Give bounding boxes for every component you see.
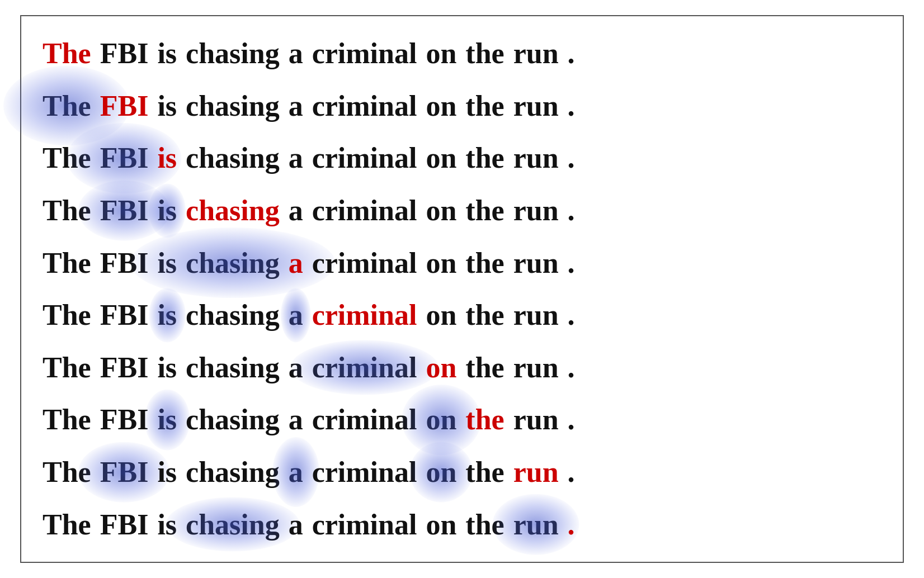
word-row9-2: is [153,509,181,541]
word-row7-0: The [38,404,96,435]
word-row8-1: FBI [96,456,153,488]
word-row2-9: . [563,142,579,174]
word-row2-3: chasing [181,142,284,174]
word-text-row0-7: the [465,37,504,69]
sentence-row-5: TheFBIischasingacriminalontherun. [38,297,886,333]
word-row4-3: chasing [181,247,284,279]
sentence-row-4: TheFBIischasingacriminalontherun. [38,245,886,281]
word-text-row1-7: the [465,90,504,122]
sentence-row-7: TheFBIischasingacriminalontherun. [38,401,886,438]
word-row7-8: run [509,404,563,435]
word-text-row4-9: . [568,247,575,279]
word-text-row0-8: run [513,37,559,69]
word-text-row9-8: run [513,509,559,541]
word-row1-9: . [563,90,579,122]
word-row2-6: on [421,142,461,174]
word-row9-5: criminal [308,509,422,541]
word-text-row9-6: on [426,509,456,541]
word-text-row7-9: . [568,404,575,435]
word-row0-7: the [461,37,508,69]
word-row1-3: chasing [181,90,284,122]
word-row4-4: a [284,247,308,279]
word-text-row6-9: . [568,352,575,383]
word-text-row6-5: criminal [312,352,417,383]
word-text-row2-3: chasing [186,142,280,174]
word-row8-5: criminal [308,456,422,488]
word-row3-6: on [421,195,461,226]
word-text-row5-4: a [289,299,303,331]
word-row9-1: FBI [96,509,153,541]
word-text-row8-4: a [289,456,303,488]
word-text-row8-0: The [43,456,91,488]
word-text-row3-8: run [513,195,559,226]
word-text-row0-9: . [568,37,575,69]
word-text-row0-3: chasing [186,37,280,69]
word-row5-4: a [284,299,308,331]
sentence-row-6: TheFBIischasingacriminalontherun. [38,349,886,386]
word-text-row2-6: on [426,142,456,174]
word-row6-5: criminal [308,352,422,383]
word-text-row4-3: chasing [186,247,280,279]
word-row2-2: is [153,142,181,174]
word-row7-5: criminal [308,404,422,435]
word-text-row7-7: the [465,404,504,435]
word-text-row3-0: The [43,195,91,226]
word-row0-8: run [509,37,563,69]
word-row9-4: a [284,509,308,541]
word-text-row3-9: . [568,195,575,226]
word-row1-0: The [38,90,96,122]
word-text-row2-7: the [465,142,504,174]
word-row6-2: is [153,352,181,383]
word-text-row0-1: FBI [100,37,149,69]
word-text-row3-5: criminal [312,195,417,226]
word-row4-7: the [461,247,508,279]
word-text-row8-2: is [157,456,177,488]
word-text-row4-7: the [465,247,504,279]
word-row8-4: a [284,456,308,488]
word-row0-9: . [563,37,579,69]
word-text-row4-6: on [426,247,456,279]
word-row8-7: the [461,456,508,488]
word-text-row8-3: chasing [186,456,280,488]
word-text-row3-4: a [289,195,303,226]
word-row6-4: a [284,352,308,383]
word-text-row3-3: chasing [186,195,280,226]
word-text-row2-5: criminal [312,142,417,174]
word-row5-1: FBI [96,299,153,331]
word-text-row4-8: run [513,247,559,279]
word-row7-4: a [284,404,308,435]
word-text-row6-4: a [289,352,303,383]
sentence-row-3: TheFBIischasingacriminalontherun. [38,192,886,229]
word-text-row9-0: The [43,509,91,541]
word-row2-8: run [509,142,563,174]
word-text-row9-4: a [289,509,303,541]
word-row7-6: on [421,404,461,435]
word-text-row3-2: is [157,195,177,226]
word-row3-5: criminal [308,195,422,226]
word-row5-0: The [38,299,96,331]
word-text-row7-2: is [157,404,177,435]
word-text-row3-6: on [426,195,456,226]
word-row3-1: FBI [96,195,153,226]
word-row4-6: on [421,247,461,279]
word-row2-5: criminal [308,142,422,174]
word-text-row7-6: on [426,404,456,435]
word-row0-2: is [153,37,181,69]
word-row0-3: chasing [181,37,284,69]
sentence-row-9: TheFBIischasingacriminalontherun. [38,506,886,543]
word-row3-7: the [461,195,508,226]
word-text-row2-0: The [43,142,91,174]
word-row8-3: chasing [181,456,284,488]
word-row3-8: run [509,195,563,226]
word-text-row6-7: the [465,352,504,383]
word-row5-7: the [461,299,508,331]
word-row3-4: a [284,195,308,226]
word-text-row8-8: run [513,456,559,488]
word-text-row7-4: a [289,404,303,435]
word-row0-4: a [284,37,308,69]
word-row9-0: The [38,509,96,541]
word-text-row1-2: is [157,90,177,122]
word-row9-9: . [563,509,579,541]
word-row2-0: The [38,142,96,174]
word-row9-7: the [461,509,508,541]
